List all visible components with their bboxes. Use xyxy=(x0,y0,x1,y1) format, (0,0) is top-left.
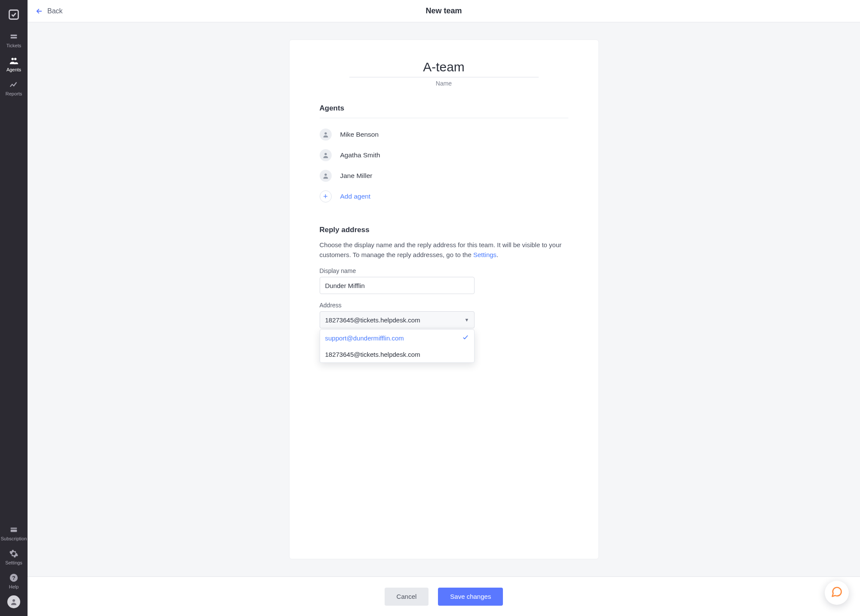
address-select-display[interactable]: 18273645@tickets.helpdesk.com ▼ xyxy=(320,311,475,328)
reply-section-title: Reply address xyxy=(320,226,568,234)
avatar xyxy=(320,170,332,182)
sidebar-item-label: Agents xyxy=(6,67,21,72)
cancel-button[interactable]: Cancel xyxy=(385,588,429,606)
agent-name: Agatha Smith xyxy=(340,151,380,159)
footer: Cancel Save changes xyxy=(28,576,860,616)
svg-text:?: ? xyxy=(12,575,15,581)
help-icon: ? xyxy=(9,573,18,582)
svg-point-12 xyxy=(324,174,327,176)
sidebar-item-label: Reports xyxy=(6,91,22,96)
subscription-icon xyxy=(9,525,18,534)
team-name-label: Name xyxy=(436,80,452,87)
svg-point-3 xyxy=(12,58,14,61)
address-selected-value: 18273645@tickets.helpdesk.com xyxy=(325,316,420,324)
chat-icon xyxy=(831,586,843,600)
address-option[interactable]: 18273645@tickets.helpdesk.com xyxy=(320,346,474,362)
page-title: New team xyxy=(425,6,462,15)
add-agent-button[interactable]: + Add agent xyxy=(320,186,568,207)
agent-row: Mike Benson xyxy=(320,124,568,145)
sidebar-item-settings[interactable]: Settings xyxy=(0,545,28,569)
team-form-card: Name Agents Mike Benson Agatha Smith xyxy=(289,40,599,559)
sidebar-item-label: Tickets xyxy=(6,43,21,48)
topbar: Back New team xyxy=(28,0,860,22)
check-icon xyxy=(462,334,469,342)
agent-row: Agatha Smith xyxy=(320,145,568,165)
sidebar-item-label: Help xyxy=(9,584,19,589)
agents-icon xyxy=(9,56,18,65)
sidebar-item-label: Subscription xyxy=(1,536,27,541)
svg-point-9 xyxy=(12,599,15,602)
svg-point-10 xyxy=(324,132,327,135)
agents-section-title: Agents xyxy=(320,104,568,118)
save-button[interactable]: Save changes xyxy=(438,588,503,606)
agent-name: Mike Benson xyxy=(340,131,379,138)
agent-list: Mike Benson Agatha Smith Jane Miller + xyxy=(320,124,568,207)
arrow-left-icon xyxy=(35,7,43,15)
reply-description-suffix: . xyxy=(496,251,498,258)
reply-description: Choose the display name and the reply ad… xyxy=(320,240,568,260)
display-name-label: Display name xyxy=(320,267,568,274)
address-option-label: 18273645@tickets.helpdesk.com xyxy=(325,351,420,358)
svg-point-11 xyxy=(324,153,327,155)
current-user-avatar[interactable] xyxy=(7,595,20,608)
settings-link[interactable]: Settings xyxy=(473,251,496,258)
sidebar: Tickets Agents Reports Subscription Sett… xyxy=(0,0,28,616)
agent-row: Jane Miller xyxy=(320,165,568,186)
svg-point-4 xyxy=(14,58,16,61)
svg-rect-5 xyxy=(11,527,17,529)
chevron-down-icon: ▼ xyxy=(465,317,469,322)
svg-rect-2 xyxy=(11,37,17,39)
sidebar-item-subscription[interactable]: Subscription xyxy=(0,521,28,545)
address-select[interactable]: 18273645@tickets.helpdesk.com ▼ support@… xyxy=(320,311,475,328)
main: Back New team Name Agents Mike Benson xyxy=(28,0,860,616)
display-name-input[interactable] xyxy=(320,277,475,294)
reply-description-text: Choose the display name and the reply ad… xyxy=(320,241,562,258)
chat-widget-button[interactable] xyxy=(825,581,849,605)
sidebar-item-reports[interactable]: Reports xyxy=(0,76,28,100)
sidebar-item-label: Settings xyxy=(5,560,22,565)
address-option-label: support@dundermifflin.com xyxy=(325,334,404,342)
avatar xyxy=(320,129,332,141)
reports-icon xyxy=(9,80,18,89)
address-option[interactable]: support@dundermifflin.com xyxy=(320,330,474,346)
avatar xyxy=(320,149,332,161)
back-button[interactable]: Back xyxy=(28,0,71,22)
svg-rect-6 xyxy=(11,530,17,532)
tickets-icon xyxy=(9,32,18,41)
sidebar-item-help[interactable]: ? Help xyxy=(0,569,28,593)
reply-section: Reply address Choose the display name an… xyxy=(320,226,568,328)
back-label: Back xyxy=(47,7,63,15)
plus-icon: + xyxy=(320,190,332,202)
address-label: Address xyxy=(320,302,568,309)
address-dropdown: support@dundermifflin.com 18273645@ticke… xyxy=(320,329,475,363)
team-name-input[interactable] xyxy=(349,59,539,77)
app-logo-icon xyxy=(8,9,20,21)
add-agent-label: Add agent xyxy=(340,193,371,200)
content-area: Name Agents Mike Benson Agatha Smith xyxy=(28,22,860,576)
gear-icon xyxy=(9,549,18,558)
sidebar-item-agents[interactable]: Agents xyxy=(0,52,28,76)
svg-rect-1 xyxy=(11,34,17,36)
sidebar-item-tickets[interactable]: Tickets xyxy=(0,28,28,52)
agent-name: Jane Miller xyxy=(340,172,373,180)
